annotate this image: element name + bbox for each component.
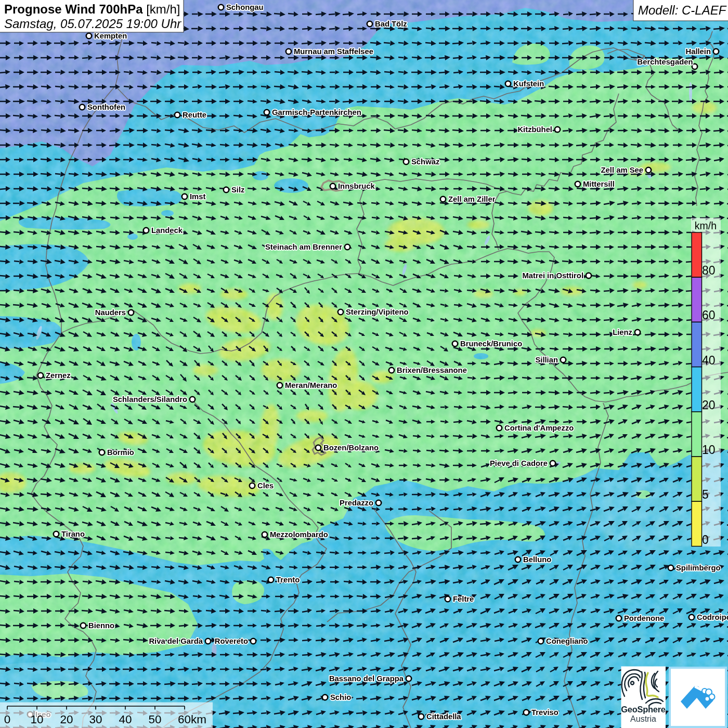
- svg-text:Landeck: Landeck: [151, 226, 183, 235]
- svg-text:Spilimbergo: Spilimbergo: [676, 564, 721, 572]
- svg-text:40: 40: [702, 354, 716, 367]
- svg-text:Hallein: Hallein: [685, 47, 711, 56]
- svg-text:Predazzo: Predazzo: [340, 499, 373, 507]
- svg-text:80: 80: [702, 264, 716, 277]
- svg-text:Treviso: Treviso: [531, 708, 558, 717]
- svg-text:Bad Tölz: Bad Tölz: [375, 20, 407, 28]
- svg-text:Cittadella: Cittadella: [426, 712, 461, 721]
- svg-text:Bienno: Bienno: [88, 621, 114, 630]
- svg-text:Riva del Garda: Riva del Garda: [149, 637, 203, 645]
- svg-text:Bruneck/Brunico: Bruneck/Brunico: [460, 340, 522, 348]
- svg-text:Sterzing/Vipiteno: Sterzing/Vipiteno: [346, 308, 409, 316]
- svg-text:Matrei in Osttirol: Matrei in Osttirol: [522, 271, 583, 280]
- svg-text:Bassano del Grappa: Bassano del Grappa: [329, 674, 404, 683]
- svg-text:Zernez: Zernez: [46, 371, 71, 380]
- svg-text:Conegliano: Conegliano: [546, 637, 588, 645]
- svg-text:Brixen/Bressanone: Brixen/Bressanone: [397, 366, 467, 374]
- svg-text:Cles: Cles: [257, 482, 274, 490]
- svg-text:Imst: Imst: [190, 192, 205, 201]
- svg-text:Mittersill: Mittersill: [583, 180, 615, 188]
- svg-text:0: 0: [702, 533, 709, 547]
- svg-text:Lienz: Lienz: [613, 328, 632, 336]
- svg-text:Zell am Ziller: Zell am Ziller: [448, 195, 496, 203]
- svg-text:Murnau am Staffelsee: Murnau am Staffelsee: [294, 47, 373, 56]
- svg-text:Prognose Wind 700hPa [km/h]: Prognose Wind 700hPa [km/h]: [4, 2, 180, 16]
- svg-text:Mezzolombardo: Mezzolombardo: [270, 530, 328, 539]
- svg-text:Nauders: Nauders: [95, 308, 126, 317]
- svg-text:Trento: Trento: [276, 576, 300, 584]
- svg-text:0: 0: [4, 713, 11, 726]
- svg-text:Reutte: Reutte: [183, 111, 206, 119]
- svg-text:Berchtesgaden: Berchtesgaden: [638, 58, 693, 66]
- svg-text:km/h: km/h: [695, 220, 717, 231]
- svg-text:Codroipo: Codroipo: [697, 613, 728, 621]
- svg-text:30: 30: [89, 713, 102, 726]
- svg-text:Steinach am Brenner: Steinach am Brenner: [265, 243, 342, 251]
- svg-text:Schongau: Schongau: [226, 3, 264, 11]
- svg-text:20: 20: [702, 398, 716, 412]
- svg-text:Innsbruck: Innsbruck: [338, 182, 375, 190]
- svg-text:GeoSphere: GeoSphere: [621, 705, 665, 714]
- svg-text:Modell: C-LAEF: Modell: C-LAEF: [638, 3, 727, 17]
- svg-text:Schwaz: Schwaz: [411, 158, 439, 166]
- svg-text:Schio: Schio: [330, 693, 351, 701]
- svg-text:10: 10: [30, 713, 43, 726]
- svg-text:Kitzbühel: Kitzbühel: [517, 125, 552, 134]
- svg-text:Tirano: Tirano: [61, 530, 85, 538]
- svg-text:Bormio: Bormio: [107, 448, 134, 457]
- svg-text:10: 10: [702, 443, 716, 457]
- svg-text:Feltre: Feltre: [453, 595, 474, 603]
- svg-text:Kufstein: Kufstein: [513, 80, 544, 88]
- svg-text:50: 50: [148, 713, 161, 726]
- svg-text:Austria: Austria: [630, 714, 656, 723]
- svg-text:Sillian: Sillian: [535, 356, 558, 364]
- svg-text:Bozen/Bolzano: Bozen/Bolzano: [323, 444, 379, 452]
- svg-text:Samstag, 05.07.2025 19:00 Uhr: Samstag, 05.07.2025 19:00 Uhr: [4, 17, 181, 31]
- svg-text:Garmisch-Partenkirchen: Garmisch-Partenkirchen: [272, 108, 361, 116]
- svg-text:Kempten: Kempten: [94, 32, 127, 40]
- svg-text:20: 20: [60, 713, 73, 726]
- svg-text:Zell am See: Zell am See: [601, 166, 643, 174]
- svg-text:Sonthofen: Sonthofen: [87, 103, 125, 111]
- svg-text:Schlanders/Silandro: Schlanders/Silandro: [113, 395, 187, 404]
- svg-text:40: 40: [119, 713, 132, 726]
- svg-text:Cortina d'Ampezzo: Cortina d'Ampezzo: [504, 424, 574, 432]
- svg-text:5: 5: [702, 488, 709, 501]
- svg-text:60: 60: [702, 308, 716, 322]
- svg-text:Pordenone: Pordenone: [624, 614, 664, 622]
- svg-text:Belluno: Belluno: [523, 555, 551, 564]
- svg-text:Pieve di Cadore: Pieve di Cadore: [490, 459, 548, 467]
- svg-text:Silz: Silz: [231, 186, 245, 194]
- svg-text:Rovereto: Rovereto: [215, 637, 248, 645]
- svg-text:60km: 60km: [178, 713, 206, 726]
- svg-text:Meran/Merano: Meran/Merano: [285, 381, 337, 389]
